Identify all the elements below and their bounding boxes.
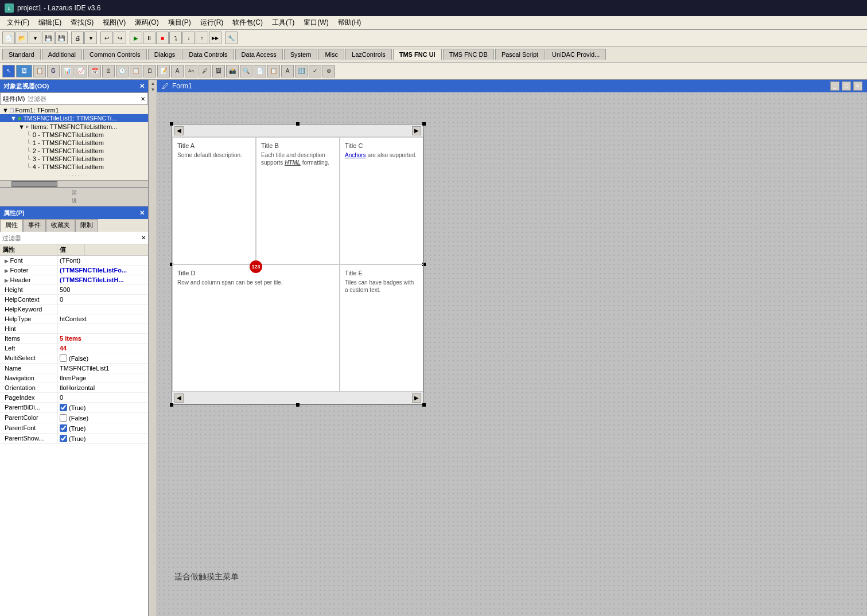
comp-icon-13[interactable]: Aa [185,65,197,77]
tree-item-4[interactable]: └ 4 - TTMSFNCTileListItem [0,163,148,171]
prop-row-parentfont[interactable]: ParentFont (True) [0,423,148,434]
tile-nav-bottom-right-btn[interactable]: ▶ [412,393,421,403]
prop-value-left[interactable]: 44 [57,344,148,353]
toolbar-pause[interactable]: ⏸ [143,32,155,44]
tab-pascal-script[interactable]: Pascal Script [495,49,545,60]
tab-tms-fnc-ui[interactable]: TMS FNC UI [393,49,442,60]
form-close-btn[interactable]: ✕ [853,81,862,91]
comp-icon-21[interactable]: 🔢 [295,65,308,77]
tile-b[interactable]: Title B Each title and description suppo… [256,137,340,264]
toolbar-more[interactable]: ▾ [84,32,97,44]
toolbar-misc1[interactable]: 🔧 [225,32,238,44]
prop-value-helpkeyword[interactable] [57,305,148,314]
comp-icon-22[interactable]: ✓ [309,65,321,77]
side-scroll-btn-dn[interactable]: ▼ [150,87,155,92]
object-filter-input[interactable] [28,95,139,102]
menu-window[interactable]: 窗口(W) [299,17,333,29]
tree-items[interactable]: ▼ ▸ Items: TTMSFNCTileListItem... [0,122,148,131]
menu-search[interactable]: 查找(S) [66,17,98,29]
tree-scrollbar[interactable] [0,180,148,187]
props-tab-props[interactable]: 属性 [0,219,23,232]
props-filter-clear-icon[interactable]: ✕ [141,235,146,241]
menu-help[interactable]: 帮助(H) [333,17,366,29]
prop-value-parentfont[interactable]: (True) [57,423,148,433]
prop-value-name[interactable]: TMSFNCTileList1 [57,364,148,373]
prop-value-navigation[interactable]: tlnmPage [57,373,148,383]
prop-row-orientation[interactable]: Orientation tloHorizontal [0,383,148,393]
prop-value-items[interactable]: 5 items [57,334,148,343]
parentfont-checkbox[interactable] [60,424,67,432]
prop-row-pageindex[interactable]: PageIndex 0 [0,393,148,403]
tab-data-access[interactable]: Data Access [235,49,283,60]
props-tab-restrict[interactable]: 限制 [75,219,98,232]
tab-common-controls[interactable]: Common Controls [83,49,147,60]
tree-item-0[interactable]: └ 0 - TTMSFNCTileListItem [0,131,148,139]
comp-icon-14[interactable]: 🖊 [199,65,211,77]
tab-misc[interactable]: Misc [318,49,344,60]
prop-row-name[interactable]: Name TMSFNCTileList1 [0,364,148,373]
parentcolor-checkbox[interactable] [60,414,67,422]
toolbar-run[interactable]: ▶ [130,32,142,44]
tile-c-anchor[interactable]: Anchors [345,152,366,158]
handle-tr[interactable] [422,122,426,126]
toolbar-open-drop[interactable]: ▾ [29,32,41,44]
prop-row-parentshow[interactable]: ParentShow... (True) [0,434,148,444]
tab-unidac[interactable]: UniDAC Provid... [546,49,606,60]
form-minimize-btn[interactable]: _ [830,81,839,91]
prop-row-header[interactable]: Header (TTMSFNCTileListH... [0,275,148,285]
parentbidi-checkbox[interactable] [60,404,67,411]
toolbar-redo[interactable]: ↪ [114,32,126,44]
tree-tilelist[interactable]: ▼ ■ TMSFNCTileList1: TTMSFNCTi... [0,114,148,122]
handle-bc[interactable] [296,403,300,407]
toolbar-new[interactable]: 📄 [2,32,15,44]
comp-icon-19[interactable]: 📋 [267,65,280,77]
tab-lazcontrols[interactable]: LazControls [345,49,392,60]
props-filter-input[interactable] [2,235,141,241]
comp-icon-3[interactable]: G [47,65,60,77]
props-close-icon[interactable]: ✕ [139,209,145,217]
tab-data-controls[interactable]: Data Controls [182,49,234,60]
comp-icon-17[interactable]: 🔍 [240,65,252,77]
comp-icon-20[interactable]: A [281,65,294,77]
prop-row-navigation[interactable]: Navigation tlnmPage [0,373,148,383]
prop-row-items[interactable]: Items 5 items [0,334,148,344]
comp-icon-5[interactable]: 📈 [75,65,87,77]
prop-row-helpcontext[interactable]: HelpContext 0 [0,295,148,305]
prop-value-parentcolor[interactable]: (False) [57,413,148,423]
side-scroll-btn-up[interactable]: ▲ [150,81,155,86]
toolbar-step-over[interactable]: ⤵ [169,32,182,44]
prop-value-font[interactable]: (TFont) [57,256,148,265]
prop-row-footer[interactable]: Footer (TTMSFNCTileListFo... [0,266,148,275]
prop-value-helptype[interactable]: htContext [57,314,148,323]
toolbar-step-into[interactable]: ↓ [182,32,195,44]
props-tab-events[interactable]: 事件 [23,219,46,232]
tree-item-3[interactable]: └ 3 - TTMSFNCTileListItem [0,155,148,163]
props-tab-favorites[interactable]: 收藏夹 [46,219,75,232]
handle-bl[interactable] [170,403,173,407]
multiselect-checkbox[interactable] [60,354,67,362]
form-maximize-btn[interactable]: □ [842,81,851,91]
tree-form1[interactable]: ▼ □ Form1: TForm1 [0,106,148,114]
tab-dialogs[interactable]: Dialogs [148,49,182,60]
prop-row-left[interactable]: Left 44 [0,344,148,353]
tile-nav-right-btn[interactable]: ▶ [412,126,421,135]
tile-a[interactable]: Title A Some default description. [172,137,256,264]
tile-nav-bottom-left-btn[interactable]: ◀ [174,393,184,403]
toolbar-stop[interactable]: ■ [156,32,169,44]
tree-expand-tilelist[interactable]: ▼ [10,115,17,122]
prop-value-orientation[interactable]: tloHorizontal [57,383,148,392]
prop-value-helpcontext[interactable]: 0 [57,295,148,304]
form-content[interactable]: ◀ ▶ Title A Some default description. [157,92,867,616]
tab-additional[interactable]: Additional [42,49,82,60]
prop-value-pageindex[interactable]: 0 [57,393,148,402]
tile-d[interactable]: 123 Title D Row and column span can be s… [172,264,340,392]
menu-file[interactable]: 文件(F) [2,17,34,29]
toolbar-print[interactable]: 🖨 [71,32,84,44]
comp-icon-10[interactable]: 🗒 [143,65,156,77]
comp-icon-9[interactable]: 📋 [130,65,142,77]
parentshow-checkbox[interactable] [60,435,67,442]
menu-view[interactable]: 视图(V) [98,17,130,29]
toolbar-build[interactable]: ▶▶ [209,32,221,44]
side-btn-1[interactable]: 深 [1,189,147,197]
comp-icon-18[interactable]: 📄 [254,65,266,77]
